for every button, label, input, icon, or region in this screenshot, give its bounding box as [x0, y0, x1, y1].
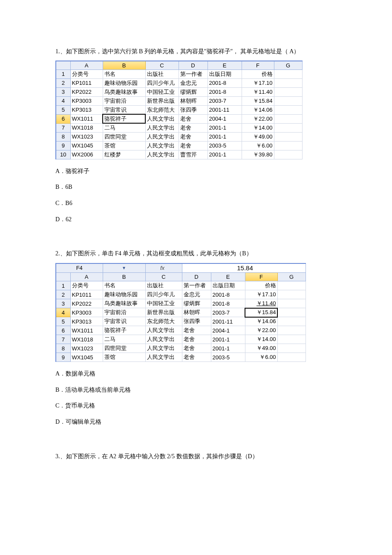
row-header[interactable]: 7 — [56, 335, 70, 344]
cell[interactable]: 2001-8 — [211, 290, 245, 299]
cell[interactable]: 宇宙常识 — [103, 317, 145, 326]
cell[interactable] — [274, 123, 302, 132]
cell[interactable] — [274, 150, 302, 159]
cell[interactable]: 人民文学出 — [145, 141, 179, 150]
cell[interactable]: 人民文学出 — [145, 150, 179, 159]
cell[interactable]: 东北师范大 — [145, 105, 179, 114]
cell[interactable]: 张四季 — [182, 317, 211, 326]
cell[interactable]: 第一作者 — [179, 69, 208, 78]
cell-active[interactable]: 骆驼祥子 — [103, 114, 145, 123]
cell[interactable]: 2001-1 — [211, 335, 245, 344]
col-header-c[interactable]: C — [145, 61, 179, 69]
col-header-d[interactable]: D — [179, 61, 208, 69]
cell[interactable]: 人民文学出 — [145, 344, 182, 353]
row-header[interactable]: 8 — [56, 344, 70, 353]
row-header[interactable]: 3 — [56, 87, 70, 96]
fx-icon[interactable]: fx — [145, 263, 182, 273]
cell[interactable] — [274, 114, 302, 123]
row-header[interactable]: 3 — [56, 299, 70, 308]
row-header[interactable]: 4 — [56, 96, 70, 105]
cell[interactable]: 老舍 — [179, 114, 208, 123]
col-header-d[interactable]: D — [182, 273, 211, 281]
cell[interactable]: 金忠元 — [179, 78, 208, 87]
cell[interactable]: ￥11.40 — [242, 87, 274, 96]
cell[interactable]: 2001-8 — [211, 299, 245, 308]
cell[interactable]: KP1011 — [70, 78, 103, 87]
cell[interactable]: 缪炳辉 — [179, 87, 208, 96]
corner-cell[interactable] — [56, 61, 70, 69]
cell[interactable]: 金忠元 — [182, 290, 211, 299]
row-header[interactable]: 7 — [56, 123, 70, 132]
cell[interactable] — [277, 299, 306, 308]
cell[interactable]: 书名 — [103, 281, 145, 290]
cell[interactable]: 第一作者 — [182, 281, 211, 290]
cell[interactable]: 人民文学出 — [145, 335, 182, 344]
cell[interactable] — [274, 141, 302, 150]
cell[interactable] — [277, 353, 306, 362]
cell[interactable]: 张四季 — [179, 105, 208, 114]
name-box[interactable]: F4 — [56, 263, 103, 273]
cell[interactable]: WX1023 — [70, 344, 103, 353]
cell[interactable]: WX1023 — [70, 132, 103, 141]
row-header[interactable]: 2 — [56, 290, 70, 299]
cell[interactable] — [274, 87, 302, 96]
col-header-a[interactable]: A — [70, 61, 103, 69]
cell[interactable]: 红楼梦 — [103, 150, 145, 159]
cell[interactable]: 2004-1 — [208, 114, 242, 123]
cell[interactable]: 缪炳辉 — [182, 299, 211, 308]
col-header-b[interactable]: B — [103, 273, 145, 281]
row-header[interactable]: 2 — [56, 78, 70, 87]
row-header[interactable]: 9 — [56, 141, 70, 150]
cell[interactable]: KP3003 — [70, 308, 103, 317]
cell[interactable]: 出版社 — [145, 281, 182, 290]
cell[interactable]: 书名 — [103, 69, 145, 78]
row-header[interactable]: 9 — [56, 353, 70, 362]
cell[interactable]: WX1045 — [70, 141, 103, 150]
cell[interactable]: 新世界出版 — [145, 308, 182, 317]
cell[interactable] — [277, 281, 306, 290]
cell[interactable]: ￥22.00 — [245, 326, 277, 335]
cell[interactable]: 宇宙前沿 — [103, 96, 145, 105]
cell-active[interactable]: ￥15.84 — [245, 308, 277, 317]
cell[interactable]: 老舍 — [179, 132, 208, 141]
cell[interactable]: 林朝晖 — [179, 96, 208, 105]
cell[interactable]: 趣味动物乐园 — [103, 78, 145, 87]
cell[interactable]: WX1045 — [70, 353, 103, 362]
cell[interactable]: 人民文学出 — [145, 132, 179, 141]
cell[interactable]: KP1011 — [70, 290, 103, 299]
cell[interactable]: KP2022 — [70, 87, 103, 96]
row-header[interactable]: 8 — [56, 132, 70, 141]
cell[interactable]: 人民文学出 — [145, 353, 182, 362]
cell[interactable]: 中国轻工业 — [145, 87, 179, 96]
cell[interactable]: 出版社 — [145, 69, 179, 78]
cell[interactable] — [277, 335, 306, 344]
cell[interactable] — [274, 105, 302, 114]
cell[interactable] — [274, 132, 302, 141]
cell[interactable] — [277, 344, 306, 353]
cell[interactable]: 宇宙前沿 — [103, 308, 145, 317]
cell[interactable]: 骆驼祥子 — [103, 326, 145, 335]
cell[interactable]: 老舍 — [179, 141, 208, 150]
cell[interactable]: 2003-5 — [208, 141, 242, 150]
col-header-c[interactable]: C — [145, 273, 182, 281]
col-header-b[interactable]: B — [103, 61, 145, 69]
cell[interactable]: ￥39.80 — [242, 150, 274, 159]
cell[interactable]: 人民文学出 — [145, 114, 179, 123]
cell[interactable]: 2003-7 — [211, 308, 245, 317]
row-header[interactable]: 4 — [56, 308, 70, 317]
row-header[interactable]: 5 — [56, 317, 70, 326]
cell[interactable]: 老舍 — [182, 353, 211, 362]
row-header[interactable]: 10 — [56, 150, 70, 159]
cell[interactable]: 价格 — [245, 281, 277, 290]
cell[interactable]: 四川少年儿 — [145, 290, 182, 299]
cell[interactable] — [277, 317, 306, 326]
col-header-g[interactable]: G — [277, 273, 306, 281]
row-header[interactable]: 6 — [56, 114, 70, 123]
cell[interactable]: 2001-11 — [211, 317, 245, 326]
row-header[interactable]: 6 — [56, 326, 70, 335]
cell[interactable]: 老舍 — [182, 326, 211, 335]
cell[interactable]: ￥49.00 — [242, 132, 274, 141]
cell[interactable]: 2003-5 — [211, 353, 245, 362]
cell[interactable]: 鸟类趣味故事 — [103, 87, 145, 96]
cell[interactable]: ￥17.10 — [245, 290, 277, 299]
